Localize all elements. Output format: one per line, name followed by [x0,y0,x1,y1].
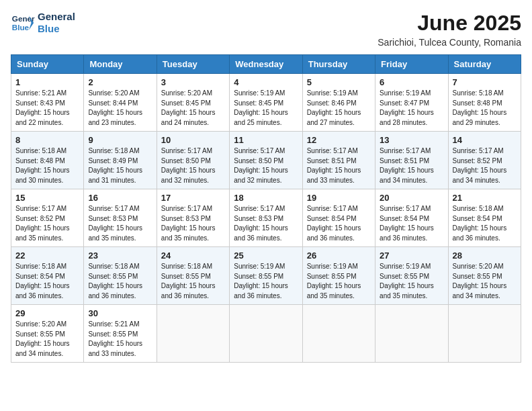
day-number: 27 [380,250,443,261]
day-number: 14 [453,135,517,145]
day-info: Sunrise: 5:18 AM Sunset: 8:48 PM Dayligh… [15,146,79,185]
day-info: Sunrise: 5:19 AM Sunset: 8:47 PM Dayligh… [380,89,443,128]
day-number: 16 [88,193,152,203]
day-info: Sunrise: 5:18 AM Sunset: 8:55 PM Dayligh… [161,262,225,301]
day-number: 2 [88,77,152,87]
day-number: 11 [234,135,298,145]
day-number: 8 [15,135,79,145]
calendar-cell: 26Sunrise: 5:19 AM Sunset: 8:55 PM Dayli… [302,247,375,305]
day-number: 20 [380,193,443,203]
weekday-header-thursday: Thursday [302,55,375,74]
day-info: Sunrise: 5:18 AM Sunset: 8:48 PM Dayligh… [453,89,517,128]
month-title: June 2025 [378,11,521,36]
day-number: 4 [234,77,298,87]
calendar-cell: 30Sunrise: 5:21 AM Sunset: 8:55 PM Dayli… [84,305,157,363]
day-number: 22 [15,250,79,261]
calendar-cell: 8Sunrise: 5:18 AM Sunset: 8:48 PM Daylig… [11,132,84,189]
day-info: Sunrise: 5:20 AM Sunset: 8:44 PM Dayligh… [88,89,152,128]
day-info: Sunrise: 5:17 AM Sunset: 8:52 PM Dayligh… [453,146,517,185]
calendar-cell: 1Sunrise: 5:21 AM Sunset: 8:43 PM Daylig… [11,74,84,132]
day-info: Sunrise: 5:18 AM Sunset: 8:54 PM Dayligh… [453,204,517,243]
calendar-cell [230,305,302,363]
day-number: 6 [380,77,443,87]
calendar-cell: 25Sunrise: 5:19 AM Sunset: 8:55 PM Dayli… [230,247,302,305]
calendar-cell: 16Sunrise: 5:17 AM Sunset: 8:53 PM Dayli… [84,189,157,247]
calendar-cell: 21Sunrise: 5:18 AM Sunset: 8:54 PM Dayli… [448,189,521,247]
logo-line2: Blue [38,23,75,35]
calendar-cell: 17Sunrise: 5:17 AM Sunset: 8:53 PM Dayli… [157,189,229,247]
calendar-cell [448,305,521,363]
day-number: 9 [88,135,152,145]
day-number: 12 [307,135,371,145]
logo-line1: General [38,11,75,23]
calendar-week-row: 1Sunrise: 5:21 AM Sunset: 8:43 PM Daylig… [11,74,521,132]
day-info: Sunrise: 5:18 AM Sunset: 8:54 PM Dayligh… [15,262,79,301]
calendar-cell [302,305,375,363]
day-number: 13 [380,135,443,145]
calendar-cell: 22Sunrise: 5:18 AM Sunset: 8:54 PM Dayli… [11,247,84,305]
calendar-cell: 29Sunrise: 5:20 AM Sunset: 8:55 PM Dayli… [11,305,84,363]
day-number: 30 [88,308,152,318]
day-number: 17 [161,193,225,203]
weekday-header-monday: Monday [84,55,157,74]
calendar-cell: 19Sunrise: 5:17 AM Sunset: 8:54 PM Dayli… [302,189,375,247]
calendar-week-row: 8Sunrise: 5:18 AM Sunset: 8:48 PM Daylig… [11,132,521,189]
day-info: Sunrise: 5:19 AM Sunset: 8:55 PM Dayligh… [234,262,298,301]
day-info: Sunrise: 5:17 AM Sunset: 8:54 PM Dayligh… [380,204,443,243]
weekday-header-row: SundayMondayTuesdayWednesdayThursdayFrid… [11,55,521,74]
calendar-cell: 10Sunrise: 5:17 AM Sunset: 8:50 PM Dayli… [157,132,229,189]
calendar-cell: 20Sunrise: 5:17 AM Sunset: 8:54 PM Dayli… [375,189,448,247]
day-number: 23 [88,250,152,261]
calendar-cell: 13Sunrise: 5:17 AM Sunset: 8:51 PM Dayli… [375,132,448,189]
day-number: 3 [161,77,225,87]
day-info: Sunrise: 5:20 AM Sunset: 8:55 PM Dayligh… [453,262,517,301]
day-info: Sunrise: 5:19 AM Sunset: 8:55 PM Dayligh… [380,262,443,301]
calendar-cell: 5Sunrise: 5:19 AM Sunset: 8:46 PM Daylig… [302,74,375,132]
day-info: Sunrise: 5:18 AM Sunset: 8:49 PM Dayligh… [88,146,152,185]
day-number: 7 [453,77,517,87]
calendar-cell: 7Sunrise: 5:18 AM Sunset: 8:48 PM Daylig… [448,74,521,132]
svg-text:Blue: Blue [12,23,30,32]
calendar-cell: 14Sunrise: 5:17 AM Sunset: 8:52 PM Dayli… [448,132,521,189]
calendar-table: SundayMondayTuesdayWednesdayThursdayFrid… [11,54,521,363]
day-info: Sunrise: 5:20 AM Sunset: 8:45 PM Dayligh… [161,89,225,128]
day-info: Sunrise: 5:17 AM Sunset: 8:50 PM Dayligh… [234,146,298,185]
day-info: Sunrise: 5:21 AM Sunset: 8:43 PM Dayligh… [15,89,79,128]
calendar-cell: 3Sunrise: 5:20 AM Sunset: 8:45 PM Daylig… [157,74,229,132]
logo-icon: General Blue [11,11,35,35]
day-number: 5 [307,77,371,87]
logo: General Blue General Blue [11,11,75,35]
day-info: Sunrise: 5:20 AM Sunset: 8:55 PM Dayligh… [15,320,79,359]
calendar-cell: 24Sunrise: 5:18 AM Sunset: 8:55 PM Dayli… [157,247,229,305]
day-number: 10 [161,135,225,145]
calendar-cell: 18Sunrise: 5:17 AM Sunset: 8:53 PM Dayli… [230,189,302,247]
day-info: Sunrise: 5:19 AM Sunset: 8:55 PM Dayligh… [307,262,371,301]
calendar-cell: 6Sunrise: 5:19 AM Sunset: 8:47 PM Daylig… [375,74,448,132]
day-number: 29 [15,308,79,318]
page-header: General Blue General Blue June 2025 Sari… [11,11,521,48]
day-number: 18 [234,193,298,203]
day-number: 28 [453,250,517,261]
calendar-cell: 2Sunrise: 5:20 AM Sunset: 8:44 PM Daylig… [84,74,157,132]
calendar-week-row: 29Sunrise: 5:20 AM Sunset: 8:55 PM Dayli… [11,305,521,363]
day-number: 19 [307,193,371,203]
calendar-cell: 11Sunrise: 5:17 AM Sunset: 8:50 PM Dayli… [230,132,302,189]
location-subtitle: Sarichioi, Tulcea County, Romania [378,37,521,48]
weekday-header-saturday: Saturday [448,55,521,74]
calendar-cell: 4Sunrise: 5:19 AM Sunset: 8:45 PM Daylig… [230,74,302,132]
weekday-header-sunday: Sunday [11,55,84,74]
calendar-cell: 23Sunrise: 5:18 AM Sunset: 8:55 PM Dayli… [84,247,157,305]
calendar-cell: 27Sunrise: 5:19 AM Sunset: 8:55 PM Dayli… [375,247,448,305]
day-info: Sunrise: 5:19 AM Sunset: 8:46 PM Dayligh… [307,89,371,128]
calendar-week-row: 22Sunrise: 5:18 AM Sunset: 8:54 PM Dayli… [11,247,521,305]
calendar-cell: 12Sunrise: 5:17 AM Sunset: 8:51 PM Dayli… [302,132,375,189]
day-number: 24 [161,250,225,261]
title-area: June 2025 Sarichioi, Tulcea County, Roma… [378,11,521,48]
day-info: Sunrise: 5:17 AM Sunset: 8:50 PM Dayligh… [161,146,225,185]
day-info: Sunrise: 5:17 AM Sunset: 8:51 PM Dayligh… [307,146,371,185]
weekday-header-tuesday: Tuesday [157,55,229,74]
day-info: Sunrise: 5:17 AM Sunset: 8:53 PM Dayligh… [234,204,298,243]
weekday-header-wednesday: Wednesday [230,55,302,74]
day-info: Sunrise: 5:19 AM Sunset: 8:45 PM Dayligh… [234,89,298,128]
day-number: 21 [453,193,517,203]
